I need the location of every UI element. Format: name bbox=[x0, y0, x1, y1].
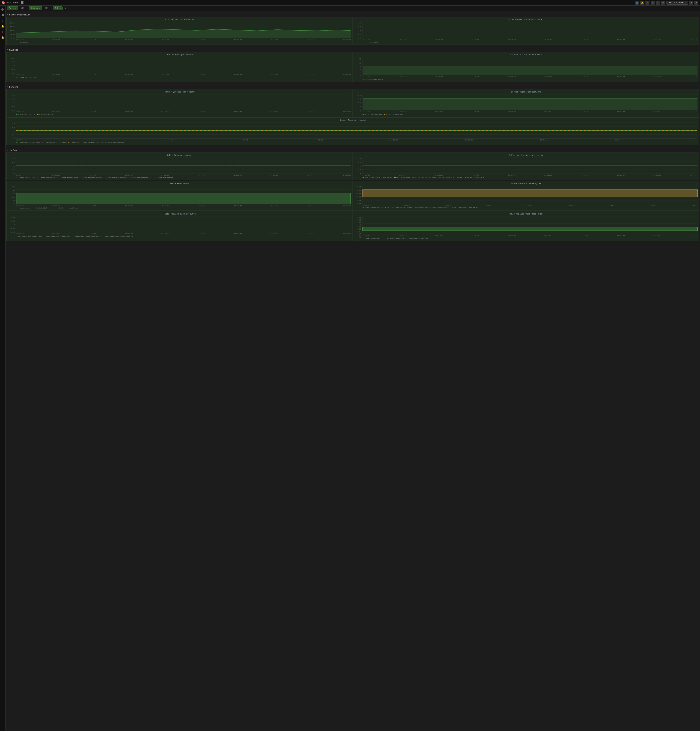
x-axis: 14:27:30 14:28:00 14:28:30 14:29:00 14:2… bbox=[363, 38, 698, 40]
table-rows-chart: Table Rows count 250 200 150 100 50 0 bbox=[6, 181, 353, 211]
stats-collection-title: Stats collection bbox=[9, 14, 30, 16]
sidebar-lock-icon[interactable]: 🔒 bbox=[1, 35, 5, 40]
chart-canvas bbox=[16, 216, 351, 232]
chart-legend: — errors count bbox=[363, 41, 698, 43]
stats-collection-charts: Stat collection duration 40 ms 30 ms 20 … bbox=[6, 17, 700, 45]
table-replica-disk-data-chart: Table replica Disk data bytes 2.62 MB 2.… bbox=[353, 211, 699, 241]
chevron-down-icon: ▼ bbox=[7, 150, 8, 151]
cluster-title: Cluster bbox=[9, 49, 18, 51]
monitor-icon[interactable]: 🖥 bbox=[661, 1, 665, 5]
topbar-right: 👤 🔔 ★ ⚙ ℹ 🖥 Last 5 minutes ▾ ↺ ≡ bbox=[635, 1, 699, 5]
chart-canvas bbox=[363, 186, 698, 204]
svg-rect-5 bbox=[3, 14, 4, 15]
chart-area: 1.0 0.5 0 -0.5 -1.0 bbox=[8, 123, 697, 144]
chart-area: 40 ms 30 ms 20 ms 10 ms 0 ms bbox=[8, 22, 351, 43]
chevron-down-icon: ▼ bbox=[7, 14, 8, 16]
chart-canvas bbox=[16, 123, 697, 139]
x-axis: 14:27:30 14:28:00 14:28:30 14:29:00 14:2… bbox=[363, 111, 698, 113]
tab-all-database[interactable]: All bbox=[43, 6, 50, 10]
servers-charts: Server Queries per second 1.0 0.5 0 -0.5… bbox=[6, 89, 700, 145]
x-axis: 14:27:30 14:28:00 14:28:30 14:29:00 14:2… bbox=[363, 76, 698, 78]
chart-legend: — 27af7ae21c6f_9y4 — 2acf86c4ec28_ffi bbox=[363, 113, 698, 115]
info-icon[interactable]: ℹ bbox=[656, 1, 660, 5]
chart-legend: — test.table1 — test.table2 — test.table… bbox=[16, 207, 351, 209]
chart-area: 1.0B 0.5B 0 -0.5B -1.0B bbox=[8, 216, 351, 237]
chart-title: Server Queries per second bbox=[8, 91, 351, 93]
chart-canvas bbox=[16, 94, 351, 110]
svg-marker-82 bbox=[363, 189, 698, 197]
settings-icon[interactable]: ≡ bbox=[694, 1, 699, 5]
servers-header[interactable]: ▼ Servers bbox=[6, 85, 700, 89]
time-selector[interactable]: Last 5 minutes ▾ bbox=[666, 1, 688, 4]
x-axis: 14:28:00 14:28:30 14:29:00 14:29:30 14:3… bbox=[363, 174, 698, 176]
y-axis: 10.0 7.5 5.0 2.5 0 bbox=[355, 94, 362, 111]
x-axis: 14:28:00 14:28:30 14:29:00 14:29:30 14:3… bbox=[16, 233, 351, 235]
y-axis: 2.62 MB 2.38 MB 2.15 MB 1.91 MB 1.67 MB … bbox=[355, 216, 362, 235]
cluster-charts: Cluster Docs per second 1.0 0.5 0 -0.5 -… bbox=[6, 52, 700, 82]
sidebar-circle-icon[interactable]: ◎ bbox=[1, 18, 5, 23]
svg-rect-34 bbox=[363, 66, 698, 75]
chart-area: 1.0 0.5 0 -0.5 -1.0 bbox=[355, 22, 698, 43]
table-replica-docs-chart: Table replica Docs per second 1.0 0.5 0 … bbox=[353, 153, 699, 181]
tab-database[interactable]: Database bbox=[29, 6, 42, 10]
sidebar-grid-icon[interactable] bbox=[1, 13, 5, 17]
y-axis: 1.0 0.5 0 -0.5 -1.0 bbox=[8, 123, 15, 139]
chart-canvas bbox=[363, 22, 698, 38]
chart-legend: test1.27af7ae21c6f_9y4 test2.27af7ae21c6… bbox=[363, 237, 698, 239]
grid-icon bbox=[21, 1, 23, 4]
nav-tabs: Server All / Database All / Table All bbox=[6, 6, 700, 11]
chart-title: Table replica Docs per second bbox=[355, 154, 698, 157]
sidebar-bell-icon[interactable]: 🔔 bbox=[1, 24, 5, 28]
chart-area: 88 KB 78 KB 68 KB 59 KB 49 KB 39 KB bbox=[355, 186, 698, 208]
chart-area: 1.0 0.5 0 -0.5 -1.0 bbox=[8, 158, 351, 179]
x-axis: 14:28:00 14:28:30 14:29:00 14:29:30 14:3… bbox=[16, 174, 351, 176]
x-axis: 14:28:00 14:28:30 14:29:00 14:29:30 14:3… bbox=[16, 204, 351, 206]
x-axis: 14:27:30 14:28:00 14:28:30 14:29:00 14:2… bbox=[16, 111, 351, 113]
chart-area: 10.0 7.5 5.0 2.5 0 bbox=[355, 94, 698, 115]
time-selector-label: Last 5 minutes bbox=[668, 1, 685, 4]
y-axis: 1.0 0.5 0 -0.5 -1.0 bbox=[355, 158, 362, 175]
chevron-down-icon: ▼ bbox=[7, 49, 8, 51]
cluster-header[interactable]: ▼ Cluster bbox=[6, 48, 700, 52]
sidebar-add-icon[interactable]: ➕ bbox=[1, 7, 5, 12]
person-icon[interactable]: 👤 bbox=[635, 1, 639, 5]
x-axis: 14:28:00 14:28:30 14:29:00 14:29:30 14:3… bbox=[363, 235, 698, 236]
chart-legend: — 27af7ae21c6f_9y4 — 2acf86c4ec28_ffi bbox=[16, 113, 351, 115]
svg-rect-6 bbox=[1, 15, 3, 16]
chart-canvas bbox=[16, 158, 351, 174]
chart-title: Table Docs per second bbox=[8, 154, 351, 157]
svg-rect-48 bbox=[363, 98, 698, 110]
server-docs-chart: Server Docs per second 1.0 0.5 0 -0.5 -1… bbox=[6, 117, 699, 145]
chart-legend: — read — written bbox=[16, 76, 351, 78]
bookmark-icon[interactable]: ★ bbox=[646, 1, 649, 5]
tables-header[interactable]: ▼ Tables bbox=[6, 148, 700, 153]
x-axis: 14:27:30 14:28:00 14:28:30 14:29:00 14:2… bbox=[16, 73, 351, 75]
tab-all-server[interactable]: All bbox=[19, 6, 26, 10]
chart-title: Server client connections bbox=[355, 91, 698, 93]
y-axis: 88 KB 78 KB 68 KB 59 KB 49 KB 39 KB bbox=[355, 186, 362, 204]
bell-icon[interactable]: 🔔 bbox=[640, 1, 644, 5]
stat-collection-duration-chart: Stat collection duration 40 ms 30 ms 20 … bbox=[6, 17, 353, 45]
svg-marker-75 bbox=[16, 193, 351, 204]
stats-collection-header[interactable]: ▼ Stats collection bbox=[6, 13, 700, 17]
sidebar: ➕ ◎ 🔔 ⚙ 🔒 bbox=[0, 6, 6, 731]
refresh-icon[interactable]: ↺ bbox=[689, 1, 693, 5]
svg-rect-7 bbox=[3, 15, 4, 16]
y-axis: 1.0 0.5 0 -0.5 -1.0 bbox=[8, 57, 15, 74]
y-axis: 12 11 10 9 8 7 6 bbox=[355, 57, 362, 76]
chart-legend: — duration bbox=[16, 41, 351, 43]
chart-title: Table replica Disk data bytes bbox=[355, 213, 698, 215]
tab-all-table[interactable]: All bbox=[63, 6, 70, 10]
chart-area: 2.62 MB 2.38 MB 2.15 MB 1.91 MB 1.67 MB … bbox=[355, 216, 698, 239]
chart-area: 1.0 0.5 0 -0.5 -1.0 bbox=[8, 94, 351, 115]
chart-canvas bbox=[363, 94, 698, 110]
table-replica-cache-chart: Table replica Cache bytes 88 KB 78 KB 68… bbox=[353, 181, 699, 211]
y-axis: 1.0 0.5 0 -0.5 -1.0 bbox=[8, 158, 15, 175]
server-connections-chart: Server client connections 10.0 7.5 5.0 2… bbox=[353, 89, 699, 117]
sidebar-gear-icon[interactable]: ⚙ bbox=[1, 30, 5, 34]
tab-server[interactable]: Server bbox=[7, 6, 18, 10]
gear-icon[interactable]: ⚙ bbox=[651, 1, 655, 5]
chart-legend: — test.table1:read — test.table2:read — … bbox=[16, 177, 351, 179]
tables-charts: Table Docs per second 1.0 0.5 0 -0.5 -1.… bbox=[6, 153, 700, 241]
tab-table[interactable]: Table bbox=[53, 6, 63, 10]
